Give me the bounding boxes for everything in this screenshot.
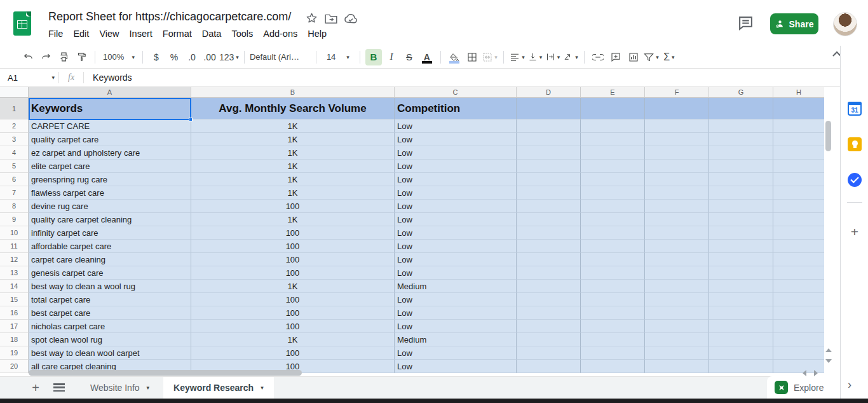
cell-G2[interactable] (709, 120, 773, 133)
scroll-up-arrow[interactable] (825, 348, 832, 352)
text-wrap-button[interactable]: ▾ (545, 49, 561, 65)
cell-A14[interactable]: best way to clean a wool rug (29, 280, 191, 293)
row-header-8[interactable]: 8 (0, 200, 29, 213)
bold-button[interactable]: B (365, 49, 382, 65)
formula-input[interactable]: Keywords (84, 72, 132, 83)
cell-E15[interactable] (581, 293, 645, 306)
insert-link-button[interactable] (590, 49, 606, 65)
cell-A8[interactable]: devine rug care (29, 200, 191, 213)
column-header-D[interactable]: D (517, 87, 581, 98)
show-side-panel-icon[interactable]: › (848, 378, 851, 392)
cell-G4[interactable] (709, 146, 773, 160)
format-currency-button[interactable]: $ (148, 49, 165, 65)
add-sheet-button[interactable]: + (28, 381, 43, 395)
cell-G3[interactable] (709, 133, 773, 146)
cell-C9[interactable]: Low (395, 213, 517, 226)
cell-D19[interactable] (517, 346, 581, 360)
cell-B1[interactable]: Avg. Monthly Search Volume (191, 98, 395, 120)
decrease-decimal-button[interactable]: .0 (184, 49, 200, 65)
column-header-F[interactable]: F (645, 87, 709, 98)
cell-D18[interactable] (517, 333, 581, 346)
font-select[interactable]: Default (Ari… (250, 49, 311, 65)
cell-D2[interactable] (517, 120, 581, 133)
print-button[interactable] (55, 49, 72, 65)
cell-E4[interactable] (581, 146, 645, 160)
cell-H6[interactable] (773, 173, 824, 186)
cell-E11[interactable] (581, 240, 645, 253)
cell-D1[interactable] (517, 98, 581, 120)
cell-C2[interactable]: Low (395, 120, 517, 133)
menu-format[interactable]: Format (158, 27, 197, 40)
cell-E2[interactable] (581, 120, 645, 133)
cell-H19[interactable] (773, 346, 824, 360)
cell-C11[interactable]: Low (395, 240, 517, 253)
scroll-right-arrow[interactable] (814, 370, 818, 376)
star-icon[interactable] (306, 12, 318, 24)
column-header-A[interactable]: A (29, 87, 191, 98)
cell-D8[interactable] (517, 200, 581, 213)
cell-B10[interactable]: 100 (191, 226, 395, 240)
cell-D14[interactable] (517, 280, 581, 293)
cell-F13[interactable] (645, 266, 709, 280)
cell-B2[interactable]: 1K (191, 120, 395, 133)
cell-B9[interactable]: 1K (191, 213, 395, 226)
cell-H15[interactable] (773, 293, 824, 306)
cell-G10[interactable] (709, 226, 773, 240)
cell-D10[interactable] (517, 226, 581, 240)
cell-D9[interactable] (517, 213, 581, 226)
get-add-ons-icon[interactable]: + (848, 225, 862, 239)
cell-A1[interactable]: Keywords (29, 98, 191, 120)
italic-button[interactable]: I (383, 49, 400, 65)
cell-H5[interactable] (773, 160, 824, 173)
cell-A19[interactable]: best way to clean wool carpet (29, 346, 191, 360)
cell-C8[interactable]: Low (395, 200, 517, 213)
cell-G15[interactable] (709, 293, 773, 306)
cell-D13[interactable] (517, 266, 581, 280)
cell-E5[interactable] (581, 160, 645, 173)
cell-F17[interactable] (645, 320, 709, 333)
tab-website-info[interactable]: Website Info ▾ (80, 377, 159, 399)
row-header-15[interactable]: 15 (0, 293, 29, 306)
cell-F19[interactable] (645, 346, 709, 360)
cell-H12[interactable] (773, 253, 824, 266)
cell-F7[interactable] (645, 186, 709, 200)
cell-B14[interactable]: 1K (191, 280, 395, 293)
cell-F18[interactable] (645, 333, 709, 346)
row-header-12[interactable]: 12 (0, 253, 29, 266)
row-header-4[interactable]: 4 (0, 146, 29, 160)
cell-G13[interactable] (709, 266, 773, 280)
filter-button[interactable]: ▾ (643, 49, 660, 65)
row-header-16[interactable]: 16 (0, 306, 29, 320)
cell-B15[interactable]: 100 (191, 293, 395, 306)
paint-format-button[interactable] (73, 49, 90, 65)
calendar-icon[interactable]: 31 (848, 102, 862, 116)
zoom-select[interactable]: 100%▾ (100, 49, 137, 65)
row-header-11[interactable]: 11 (0, 240, 29, 253)
more-formats-button[interactable]: 123▾ (219, 49, 239, 65)
tasks-icon[interactable] (848, 173, 862, 187)
cell-F14[interactable] (645, 280, 709, 293)
cell-A17[interactable]: nicholas carpet care (29, 320, 191, 333)
cell-H11[interactable] (773, 240, 824, 253)
cell-F10[interactable] (645, 226, 709, 240)
cell-D7[interactable] (517, 186, 581, 200)
cell-C4[interactable]: Low (395, 146, 517, 160)
cell-G14[interactable] (709, 280, 773, 293)
horizontal-align-button[interactable]: ▾ (509, 49, 526, 65)
row-header-20[interactable]: 20 (0, 360, 29, 373)
menu-view[interactable]: View (94, 27, 124, 40)
cell-E16[interactable] (581, 306, 645, 320)
increase-decimal-button[interactable]: .00 (201, 49, 218, 65)
row-header-17[interactable]: 17 (0, 320, 29, 333)
tab-keyword-research-dropdown-icon[interactable]: ▾ (261, 385, 264, 391)
cell-H10[interactable] (773, 226, 824, 240)
cell-A12[interactable]: carpet care cleaning (29, 253, 191, 266)
cell-C20[interactable]: Low (395, 360, 517, 373)
cell-B16[interactable]: 100 (191, 306, 395, 320)
text-color-button[interactable]: A (419, 49, 435, 65)
select-all-corner[interactable] (0, 87, 29, 98)
insert-comment-button[interactable] (607, 49, 624, 65)
row-header-9[interactable]: 9 (0, 213, 29, 226)
cell-E7[interactable] (581, 186, 645, 200)
explore-button[interactable]: Explore (767, 376, 840, 399)
